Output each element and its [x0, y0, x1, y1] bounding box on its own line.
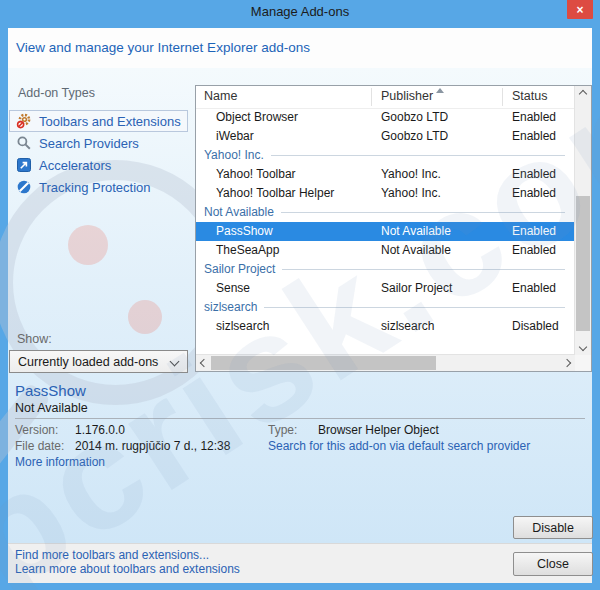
search-icon	[16, 135, 32, 151]
search-addon-link[interactable]: Search for this add-on via default searc…	[268, 439, 530, 453]
gear-blocked-icon	[16, 113, 32, 129]
sidebar-item-label: Tracking Protection	[39, 180, 151, 195]
table-row[interactable]: iWebar Goobzo LTD Enabled	[196, 127, 575, 146]
table-row[interactable]: Sense Sailor Project Enabled	[196, 279, 575, 298]
accelerator-icon	[16, 157, 32, 173]
column-header-name[interactable]: Name	[204, 89, 237, 103]
column-header-status[interactable]: Status	[512, 89, 547, 103]
version-label: Version:	[15, 423, 58, 437]
learn-more-link[interactable]: Learn more about toolbars and extensions	[15, 562, 240, 576]
more-information-link[interactable]: More information	[15, 455, 105, 469]
group-divider-line	[282, 269, 565, 270]
window-title: Manage Add-ons	[251, 0, 349, 23]
watermark-dot	[128, 300, 162, 334]
group-divider-line	[271, 155, 565, 156]
close-dialog-button[interactable]: Close	[513, 552, 593, 576]
type-value: Browser Helper Object	[318, 423, 439, 437]
vertical-scroll-thumb[interactable]	[576, 196, 590, 331]
status-value: Enabled	[512, 127, 556, 146]
group-divider-line	[264, 307, 565, 308]
dialog-subtitle: View and manage your Internet Explorer a…	[16, 40, 310, 55]
manage-addons-dialog: Manage Add-ons × View and manage your In…	[0, 0, 600, 590]
sidebar-item-label: Toolbars and Extensions	[39, 114, 181, 129]
scroll-left-arrow[interactable]	[196, 355, 212, 371]
type-label: Type:	[268, 423, 297, 437]
status-value: Enabled	[512, 108, 556, 127]
horizontal-scrollbar[interactable]	[196, 354, 575, 371]
show-dropdown[interactable]: Currently loaded add-ons	[9, 350, 188, 373]
group-header-row: Not Available	[196, 203, 575, 222]
sidebar-item-label: Accelerators	[39, 158, 111, 173]
group-header-row: Yahoo! Inc.	[196, 146, 575, 165]
addon-types-heading: Add-on Types	[18, 86, 95, 100]
detail-addon-name: PassShow	[15, 382, 86, 399]
chevron-down-icon	[170, 357, 180, 367]
vertical-scrollbar[interactable]	[574, 86, 591, 355]
horizontal-scroll-thumb[interactable]	[211, 356, 436, 370]
sidebar-item-tracking-protection[interactable]: Tracking Protection	[9, 176, 188, 198]
file-date-value: 2014 m. rugpjūčio 7 d., 12:38	[75, 439, 230, 453]
disable-button[interactable]: Disable	[513, 516, 593, 539]
table-row[interactable]: Yahoo! Toolbar Helper Yahoo! Inc. Enable…	[196, 184, 575, 203]
list-header: Name Publisher Status	[196, 86, 591, 109]
addon-rows: Object Browser Goobzo LTD Enabled iWebar…	[196, 108, 575, 336]
watermark-dot	[68, 225, 108, 265]
group-header-row: Sailor Project	[196, 260, 575, 279]
content-area: pcrisk.com Add-on Types Toolbars and Ext…	[8, 68, 592, 543]
scrollbar-corner	[575, 355, 591, 371]
show-label: Show:	[17, 332, 52, 346]
addon-list-panel: Name Publisher Status Object Browser Goo…	[195, 85, 592, 372]
titlebar[interactable]: Manage Add-ons ×	[0, 0, 600, 28]
no-tracking-icon	[16, 179, 32, 195]
group-header-row: sizlsearch	[196, 298, 575, 317]
scroll-down-arrow[interactable]	[575, 339, 591, 355]
table-row[interactable]: sizlsearch sizlsearch Disabled	[196, 317, 575, 336]
table-row[interactable]: Yahoo! Toolbar Yahoo! Inc. Enabled	[196, 165, 575, 184]
column-header-publisher[interactable]: Publisher	[381, 89, 433, 103]
table-row[interactable]: TheSeaApp Not Available Enabled	[196, 241, 575, 260]
file-date-label: File date:	[15, 439, 64, 453]
sort-ascending-icon	[436, 88, 444, 93]
sidebar-item-toolbars-and-extensions[interactable]: Toolbars and Extensions	[9, 110, 188, 132]
sidebar-item-search-providers[interactable]: Search Providers	[9, 132, 188, 154]
column-divider[interactable]	[371, 88, 372, 106]
scroll-up-arrow[interactable]	[575, 86, 591, 102]
table-row-selected[interactable]: PassShow Not Available Enabled	[196, 222, 575, 241]
detail-addon-publisher: Not Available	[15, 401, 88, 415]
detail-divider	[15, 418, 585, 419]
group-divider-line	[281, 212, 565, 213]
status-value: Disabled	[512, 317, 559, 336]
header-band: View and manage your Internet Explorer a…	[8, 28, 592, 69]
footer-bar: Find more toolbars and extensions... Lea…	[8, 543, 592, 583]
scroll-right-arrow[interactable]	[559, 355, 575, 371]
close-icon: ×	[576, 3, 583, 17]
table-row[interactable]: Object Browser Goobzo LTD Enabled	[196, 108, 575, 127]
status-value: Enabled	[512, 222, 556, 241]
show-dropdown-value: Currently loaded add-ons	[18, 355, 158, 369]
find-more-toolbars-link[interactable]: Find more toolbars and extensions...	[15, 548, 209, 562]
status-value: Enabled	[512, 184, 556, 203]
sidebar-item-label: Search Providers	[39, 136, 139, 151]
status-value: Enabled	[512, 241, 556, 260]
close-button[interactable]: ×	[567, 0, 593, 19]
status-value: Enabled	[512, 279, 556, 298]
version-value: 1.176.0.0	[75, 423, 125, 437]
status-value: Enabled	[512, 165, 556, 184]
column-divider[interactable]	[502, 88, 503, 106]
sidebar-item-accelerators[interactable]: Accelerators	[9, 154, 188, 176]
